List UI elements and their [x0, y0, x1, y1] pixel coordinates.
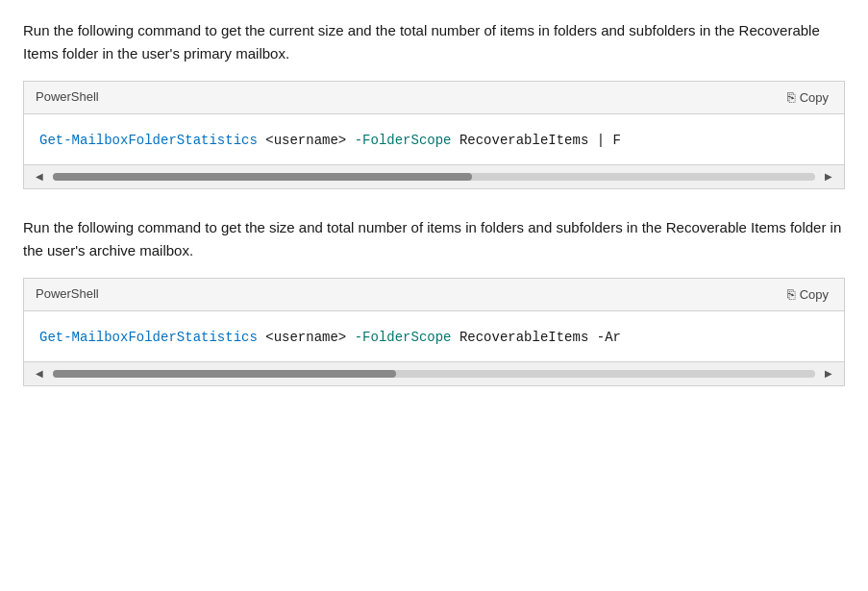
scroll-left-2[interactable]: ◀: [32, 366, 47, 382]
cmd-2: Get-MailboxFolderStatistics: [39, 330, 258, 345]
code-body-2: Get-MailboxFolderStatistics <username> -…: [24, 311, 844, 361]
cmd-1: Get-MailboxFolderStatistics: [39, 133, 258, 148]
scroll-right-2[interactable]: ▶: [821, 366, 836, 382]
code-content-1: Get-MailboxFolderStatistics <username> -…: [39, 133, 621, 148]
code-block-header-2: PowerShell ⎘ Copy: [24, 279, 844, 311]
copy-icon-1: ⎘: [787, 90, 795, 104]
scrollbar-thumb-2: [53, 370, 396, 378]
scroll-left-1[interactable]: ◀: [32, 169, 47, 185]
scrollbar-track-1[interactable]: [53, 173, 815, 181]
copy-label-1: Copy: [800, 90, 829, 105]
code-block-header-1: PowerShell ⎘ Copy: [24, 82, 844, 114]
code-body-1: Get-MailboxFolderStatistics <username> -…: [24, 114, 844, 164]
code-content-2: Get-MailboxFolderStatistics <username> -…: [39, 330, 621, 345]
copy-button-2[interactable]: ⎘ Copy: [783, 285, 832, 304]
code-lang-1: PowerShell: [36, 87, 99, 108]
scrollbar-track-2[interactable]: [53, 370, 815, 378]
copy-label-2: Copy: [800, 287, 829, 302]
scrollbar-thumb-1: [53, 173, 472, 181]
description-1: Run the following command to get the cur…: [23, 19, 845, 65]
code-lang-2: PowerShell: [36, 284, 99, 305]
copy-button-1[interactable]: ⎘ Copy: [783, 88, 832, 107]
scrollbar-1[interactable]: ◀ ▶: [24, 164, 844, 188]
code-block-1: PowerShell ⎘ Copy Get-MailboxFolderStati…: [23, 81, 845, 189]
description-2: Run the following command to get the siz…: [23, 216, 845, 262]
code-block-2: PowerShell ⎘ Copy Get-MailboxFolderStati…: [23, 278, 845, 386]
scrollbar-2[interactable]: ◀ ▶: [24, 361, 844, 385]
copy-icon-2: ⎘: [787, 287, 795, 301]
scroll-right-1[interactable]: ▶: [821, 169, 836, 185]
